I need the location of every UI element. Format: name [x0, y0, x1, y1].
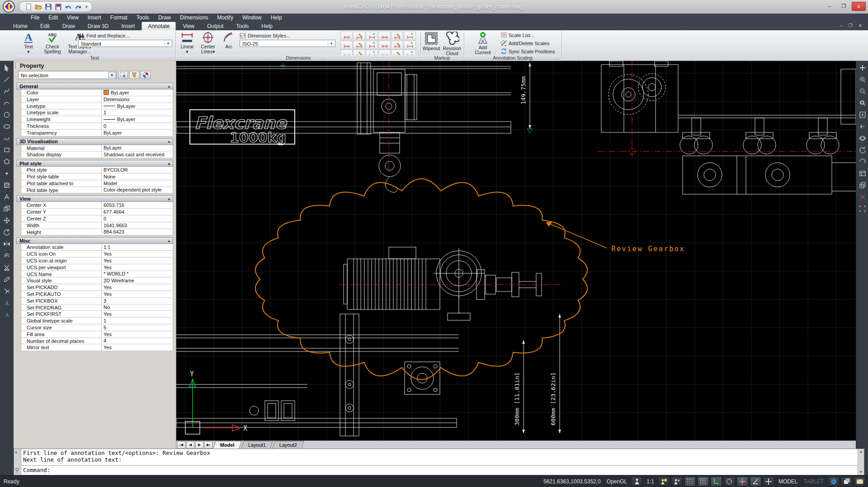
collapse-icon[interactable]: ▴	[168, 84, 170, 89]
command-scrollbar[interactable]: ▲▼	[858, 449, 864, 475]
linear-dimension-button[interactable]: Linear▾	[178, 31, 197, 55]
status-renderer[interactable]: OpenGL	[605, 478, 629, 485]
text-style-combobox[interactable]: Standard▼	[78, 40, 172, 47]
tool-copy-icon[interactable]	[2, 204, 12, 214]
property-value[interactable]: 884.6423	[102, 229, 173, 235]
section-header-view[interactable]: View▴	[16, 195, 173, 202]
tool-pan-icon[interactable]	[858, 63, 868, 73]
tool-offset-icon[interactable]	[2, 251, 12, 261]
window-cascade-button[interactable]	[841, 477, 852, 487]
property-value[interactable]: ByLayer	[102, 103, 173, 109]
menu-window[interactable]: Window	[238, 14, 266, 21]
property-value[interactable]: ByLayer	[102, 130, 173, 136]
command-input[interactable]: Command:	[23, 467, 856, 474]
property-value[interactable]: 1	[102, 318, 173, 324]
combo-dropdown-icon[interactable]: ▼	[165, 41, 171, 46]
mail-button[interactable]	[854, 477, 865, 487]
tool-text-icon[interactable]	[2, 192, 12, 202]
find-replace-button[interactable]: Find and Replace...	[78, 33, 129, 39]
menu-dimensions[interactable]: Dimensions	[175, 14, 213, 21]
property-value[interactable]: Yes	[102, 251, 173, 257]
collapse-icon[interactable]: ▴	[168, 161, 170, 166]
prev-sheet-button[interactable]: ◀	[186, 441, 194, 449]
property-value[interactable]: Color-dependent plot style	[102, 187, 173, 193]
polar-toggle[interactable]	[724, 477, 735, 487]
property-value[interactable]: BYCOLOR	[102, 167, 173, 173]
property-value[interactable]: 2D Wireframe	[102, 277, 173, 284]
tool-mirror-icon[interactable]	[2, 239, 12, 249]
menu-modify[interactable]: Modify	[213, 14, 238, 21]
property-value[interactable]: 0	[102, 215, 173, 222]
tool-zoom-out-icon[interactable]	[858, 86, 868, 96]
status-annotation-scale[interactable]: 1:1	[645, 478, 656, 485]
menu-view[interactable]: View	[62, 14, 83, 21]
ribbon-tab-draw-3d[interactable]: Draw 3D	[82, 22, 115, 30]
property-value[interactable]: 6053.716	[102, 202, 173, 208]
tool-text-style-icon[interactable]: A	[2, 298, 12, 308]
ribbon-tab-tools[interactable]: Tools	[230, 22, 255, 30]
tool-polyline-icon[interactable]	[2, 86, 12, 96]
property-value[interactable]: ByLayer	[102, 89, 173, 96]
menu-draw[interactable]: Draw	[154, 14, 175, 21]
close-button[interactable]: x	[852, 2, 866, 11]
quick-select-button[interactable]	[129, 71, 139, 79]
sheet-tab-layout1[interactable]: Layout1	[241, 441, 273, 449]
text-button[interactable]: A Text▾	[17, 31, 40, 55]
select-entities-button[interactable]	[118, 71, 128, 79]
property-value[interactable]: ByLayer	[102, 116, 173, 122]
property-value[interactable]: 677.4564	[102, 209, 173, 215]
tool-annotation-text-icon[interactable]: A	[2, 309, 12, 319]
property-value[interactable]: Yes	[102, 284, 173, 290]
esnap-toggle[interactable]	[737, 477, 748, 487]
ribbon-tab-edit[interactable]: Edit	[34, 22, 56, 30]
property-value[interactable]: * WORLD *	[102, 271, 173, 277]
tool-rectangle-icon[interactable]	[2, 145, 12, 155]
property-value[interactable]: Yes	[102, 264, 173, 271]
dimension-style-combobox[interactable]: ISO-25▼	[240, 40, 335, 47]
section-header-3d-visualisation[interactable]: 3D Visualisation▴	[16, 138, 173, 145]
tool-regen-icon[interactable]	[858, 145, 868, 155]
tool-delete-view-icon[interactable]	[858, 192, 868, 202]
baseline-dimension-button[interactable]	[366, 32, 378, 40]
property-value[interactable]: Dimensions	[102, 96, 173, 103]
annotation-person-icon[interactable]	[631, 477, 642, 487]
tool-rotate-icon[interactable]	[2, 227, 12, 237]
dimension-break-button[interactable]	[353, 32, 365, 40]
last-sheet-button[interactable]: ▶|	[204, 441, 212, 449]
settings-gear-button[interactable]	[828, 477, 839, 487]
cloud-annotation-text[interactable]: Review Gearbox	[611, 244, 685, 253]
angular-dimension-button[interactable]	[340, 41, 353, 49]
menu-help[interactable]: Help	[266, 14, 287, 21]
property-value[interactable]: 1:1	[102, 244, 173, 250]
panel-grip[interactable]	[15, 62, 18, 69]
ribbon-tab-view[interactable]: View	[177, 22, 200, 30]
ribbon-tab-home[interactable]: Home	[7, 22, 33, 30]
tool-select-icon[interactable]	[2, 63, 12, 73]
tool-full-screen-icon[interactable]	[858, 204, 868, 214]
collapse-icon[interactable]: ▴	[168, 197, 170, 201]
section-header-general[interactable]: General▴	[16, 83, 173, 89]
tool-previous-view-icon[interactable]	[858, 122, 868, 131]
property-value[interactable]: ByLayer	[102, 145, 173, 151]
tool-redraw-icon[interactable]	[858, 157, 868, 167]
crosshair-toggle[interactable]	[763, 477, 774, 487]
tool-erase-icon[interactable]	[2, 274, 12, 284]
revision-cloud-button[interactable]: Revision Cloud	[442, 31, 462, 55]
section-header-misc[interactable]: Misc▴	[16, 237, 173, 244]
tool-layers-icon[interactable]	[858, 180, 868, 190]
restore-button[interactable]: ❐	[837, 2, 850, 10]
menu-format[interactable]: Format	[106, 14, 132, 21]
add-current-scale-button[interactable]: Add Current Scale▾	[470, 31, 495, 55]
radius-dimension-button[interactable]	[391, 41, 403, 49]
command-window[interactable]: ✕ First line of annotation text/<options…	[14, 449, 864, 475]
menu-file[interactable]: File	[26, 14, 44, 21]
sheet-tab-layout2[interactable]: Layout2	[272, 441, 304, 449]
tool-arc-icon[interactable]	[2, 98, 12, 108]
combo-dropdown-icon[interactable]: ▼	[328, 41, 335, 46]
command-close-icon[interactable]: ✕	[15, 450, 17, 454]
next-sheet-button[interactable]: ▶	[195, 441, 203, 449]
property-value[interactable]: 3	[102, 298, 173, 304]
property-value[interactable]: 1641.9663	[102, 222, 173, 229]
collapse-icon[interactable]: ▴	[168, 239, 170, 243]
tool-orbit-icon[interactable]	[858, 133, 868, 143]
